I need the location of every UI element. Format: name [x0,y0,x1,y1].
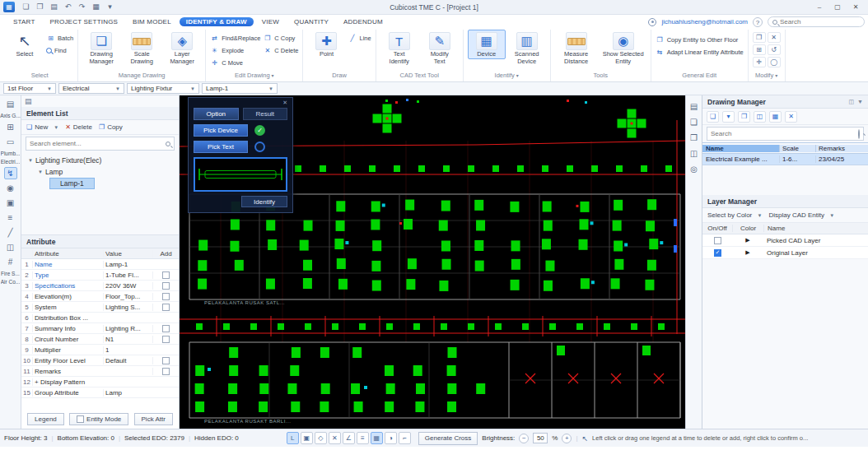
structure-icon[interactable]: ▭ [4,136,17,148]
modify-tool-icon-5[interactable]: ✛ [753,57,766,67]
attr-value[interactable]: Lamp-1 [103,261,152,268]
c-delete-button[interactable]: ✕C Delete [263,45,298,55]
maximize-button[interactable]: ▢ [828,1,847,13]
element-search-input[interactable] [30,140,162,147]
close-button[interactable]: ✕ [847,1,865,13]
scanned-device-button[interactable]: ▥Scanned Device [508,30,546,66]
new-element-button[interactable]: ❏New▼ [26,123,58,131]
undo-icon[interactable]: ↶ [63,2,73,12]
modify-tool-icon-1[interactable]: ❐ [753,32,766,43]
legend-button[interactable]: Legend [27,413,64,425]
socket-icon[interactable]: ◉ [4,182,17,194]
delete-drawing-icon[interactable]: ✕ [785,111,797,123]
modules-menu-icon[interactable]: ▤ [4,98,17,110]
nav-label-axisg[interactable]: Axis G... [0,113,21,118]
line-tool-button[interactable]: ╱Line [348,33,371,43]
select-by-color-dropdown[interactable]: Select by Color ▼ [707,211,762,219]
attribute-row[interactable]: 8Circuit NumberN1 [21,334,179,345]
add-checkbox[interactable] [162,293,170,300]
discipline-dropdown[interactable]: Electrical▼ [58,83,124,94]
copy-entity-other-floor-button[interactable]: ❐Copy Entity to Other Floor [656,35,744,44]
layer-visibility-checkbox[interactable] [714,249,721,257]
ribbon-tab-identify-draw[interactable]: IDENTIFY & DRAW [180,17,254,26]
display-cad-entity-dropdown[interactable]: Display CAD Entity ▼ [768,211,834,219]
split-view-icon[interactable]: ◫ [690,149,698,158]
measure-distance-button[interactable]: Measure Distance [555,30,598,66]
ribbon-tab-view[interactable]: VIEW [255,17,286,26]
add-checkbox[interactable] [162,336,170,343]
modify-tool-icon-3[interactable]: ⊞ [753,44,766,55]
c-move-button[interactable]: ✛C Move [210,58,260,67]
c-copy-button[interactable]: ❐C Copy [263,33,298,43]
pick-attr-button[interactable]: Pick Attr [134,413,173,425]
wiring-icon[interactable]: # [4,256,17,268]
sheet-icon[interactable]: ❏ [690,118,698,127]
point-tool-button[interactable]: ✚Point [307,30,345,59]
drawing-search-box[interactable] [707,127,864,141]
snap-toggle-6[interactable]: ≡ [357,432,369,444]
copy-element-button[interactable]: ❐Copy [99,123,123,131]
attr-value[interactable]: Lighting R... [103,325,152,332]
cable-tray-icon[interactable]: ≡ [4,211,17,224]
tree-node-category[interactable]: ▼Lighting Fixture(Elec) [21,155,179,166]
locate-drawing-icon[interactable]: ▦ [769,111,782,123]
panel-list-icon[interactable]: ▤ [690,102,698,111]
snap-toggle-1[interactable]: L [287,432,299,444]
snap-toggle-7[interactable]: ▦ [371,432,383,444]
attr-value[interactable]: N1 [103,336,152,343]
group-label-modify[interactable]: Modify▾ [753,72,781,81]
attribute-row[interactable]: 3Specifications220V 36W [21,281,179,291]
device-identify-button[interactable]: ▦Device [468,30,506,59]
lighting-fixture-icon[interactable]: ↯ [4,167,17,179]
ribbon-tab-bim-model[interactable]: BIM MODEL [126,17,178,26]
element-dropdown[interactable]: Lamp-1▼ [202,83,278,94]
snap-toggle-5[interactable]: ∠ [343,432,355,444]
attr-value[interactable]: 1 [103,346,152,354]
attribute-row[interactable]: 5SystemLighting S... [21,302,179,313]
customize-quick-access-icon[interactable]: ▾ [105,2,115,12]
ribbon-search-box[interactable] [768,16,865,27]
add-drawing-icon[interactable]: ❏ [707,111,719,123]
entity-mode-button[interactable]: Entity Mode [69,413,128,425]
attr-value[interactable]: Default [103,357,152,364]
explode-button[interactable]: ✳Explode [210,45,260,55]
add-checkbox[interactable] [162,282,170,290]
attribute-row[interactable]: 6Distribution Box ... [21,313,179,323]
save-icon[interactable]: ❏ [21,2,31,12]
scale-drawing-button[interactable]: Scale Drawing [123,30,161,66]
add-checkbox[interactable] [162,368,170,375]
attribute-row[interactable]: 2Type1-Tube Fl... [21,270,179,281]
brightness-value[interactable]: 50 [533,433,548,443]
attribute-row[interactable]: 10Entity Floor LevelDefault [21,355,179,366]
generate-cross-button[interactable]: Generate Cross [418,432,478,445]
account-email[interactable]: jichuahlusheng@hotmail.com [661,18,748,26]
snap-toggle-2[interactable]: ▣ [301,432,313,444]
ribbon-tab-start[interactable]: START [7,17,41,26]
help-icon[interactable]: ? [753,17,763,27]
close-icon[interactable]: ✕ [194,100,287,106]
ribbon-tab-project-settings[interactable]: PROJECT SETTINGS [43,17,124,26]
group-label-edit-drawing[interactable]: Edit Drawing▾ [210,72,298,81]
cad-viewport[interactable]: PELAKALANTA RUSAK SATL... PELAKALANTA RU… [180,95,685,429]
dialog-tab-result[interactable]: Result [243,108,288,120]
identify-button[interactable]: Identify [241,196,287,207]
nav-label-plumb[interactable]: Plumb... [1,151,21,156]
modify-tool-icon-6[interactable]: ◯ [768,57,781,67]
axis-grid-icon[interactable]: ⊞ [4,121,17,133]
chevron-down-icon[interactable]: ▼ [857,99,863,105]
text-identify-button[interactable]: TText Identify [380,30,418,66]
sheets-icon[interactable]: ❐ [690,133,698,142]
conduit-icon[interactable]: ╱ [4,226,17,239]
drawing-manager-button[interactable]: ❏Drawing Manager [82,30,120,66]
snap-toggle-4[interactable]: ✕ [329,432,341,444]
tree-node-group[interactable]: ▼Lamp [21,166,179,178]
brightness-increase-icon[interactable]: + [562,434,572,443]
minimize-button[interactable]: – [810,1,828,13]
view-icon[interactable]: ▦ [91,2,101,12]
layer-row[interactable]: ▶Picked CAD Layer [702,234,868,247]
pick-device-button[interactable]: Pick Device [194,124,248,137]
select-tool-button[interactable]: ↖ Select [6,30,44,59]
add-drawing-dropdown-icon[interactable]: ▾ [722,111,735,123]
attribute-row[interactable]: 1NameLamp-1 [21,259,179,270]
brightness-decrease-icon[interactable]: − [519,434,529,443]
